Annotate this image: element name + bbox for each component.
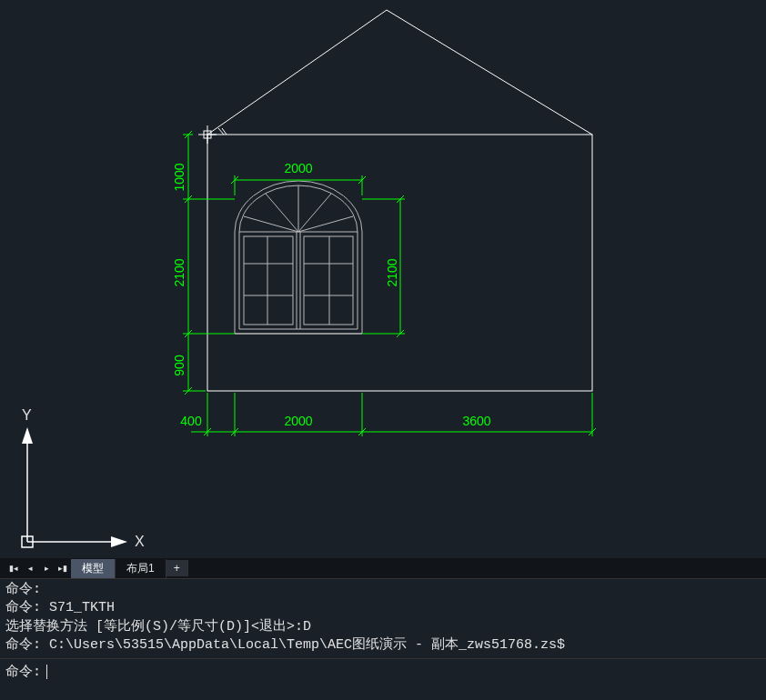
svg-text:2000: 2000 [284, 161, 312, 175]
svg-text:2000: 2000 [284, 414, 312, 428]
dim-window-height-right: 2100 [362, 195, 405, 337]
svg-text:3600: 3600 [462, 414, 490, 428]
svg-text:1000: 1000 [172, 163, 186, 191]
dim-vertical-chain-left: 1000 2100 900 [172, 131, 235, 395]
command-history-line: 选择替换方法 [等比例(S)/等尺寸(D)]<退出>:D [5, 618, 761, 636]
tab-model[interactable]: 模型 [71, 559, 116, 578]
svg-text:X: X [135, 534, 145, 549]
tab-layout1[interactable]: 布局1 [116, 559, 166, 578]
layout-tab-bar: ▮◂ ◂ ▸ ▸▮ 模型 布局1 + [0, 558, 766, 578]
tab-nav-prev-icon[interactable]: ◂ [23, 561, 37, 575]
tab-nav-last-icon[interactable]: ▸▮ [55, 561, 70, 575]
roof-gable [207, 10, 592, 135]
svg-line-5 [266, 194, 298, 232]
svg-text:900: 900 [172, 355, 186, 376]
command-input[interactable]: 命令: [0, 658, 766, 689]
svg-text:2100: 2100 [385, 258, 399, 286]
svg-rect-14 [244, 236, 293, 325]
ucs-indicator: Y X [22, 407, 145, 549]
arched-window [235, 181, 362, 334]
svg-marker-60 [111, 536, 127, 547]
dim-horizontal-chain-bottom: 400 2000 3600 [180, 393, 596, 436]
svg-line-6 [298, 194, 331, 232]
svg-line-8 [298, 216, 353, 232]
command-history-line: 命令: S71_TKTH [5, 599, 761, 617]
tab-nav-first-icon[interactable]: ▮◂ [6, 561, 21, 575]
command-history-line: 命令: [5, 581, 761, 599]
drawing-canvas[interactable]: 1000 2100 900 2100 2000 400 2000 3600 [0, 0, 766, 558]
text-cursor-icon [46, 665, 47, 679]
tab-add-button[interactable]: + [166, 560, 188, 576]
svg-text:400: 400 [180, 414, 202, 428]
svg-text:Y: Y [22, 407, 32, 423]
origin-marker [198, 125, 217, 144]
svg-rect-18 [304, 236, 353, 325]
tab-nav-next-icon[interactable]: ▸ [39, 561, 54, 575]
command-history-line: 命令: C:\Users\53515\AppData\Local\Temp\AE… [5, 636, 761, 655]
svg-line-7 [244, 216, 298, 232]
svg-text:2100: 2100 [172, 258, 186, 286]
command-prompt-label: 命令: [5, 663, 41, 680]
command-history: 命令: 命令: S71_TKTH 选择替换方法 [等比例(S)/等尺寸(D)]<… [0, 578, 766, 658]
svg-marker-57 [22, 427, 33, 444]
